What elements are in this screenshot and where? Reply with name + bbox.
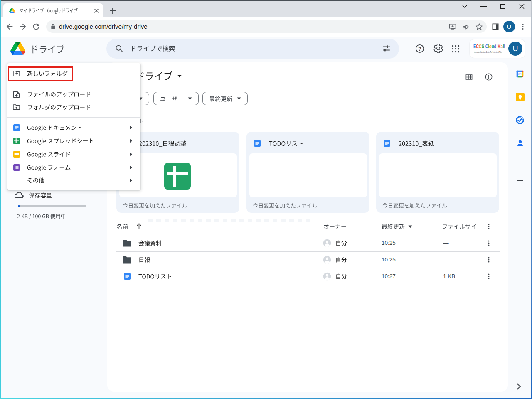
- svg-text:?: ?: [418, 46, 421, 52]
- svg-text:31: 31: [518, 72, 522, 76]
